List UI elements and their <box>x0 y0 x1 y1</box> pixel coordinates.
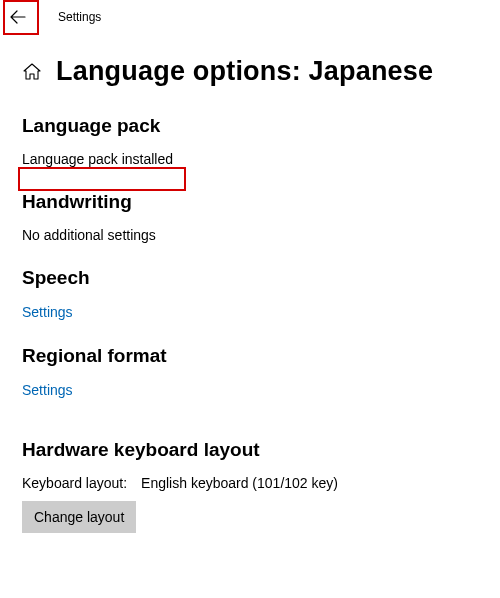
content-area: Language options: Japanese Language pack… <box>0 34 500 533</box>
back-button[interactable] <box>0 0 36 34</box>
page-header: Language options: Japanese <box>22 56 480 87</box>
titlebar: Settings <box>0 0 500 34</box>
section-speech: Speech Settings <box>22 267 480 321</box>
home-icon[interactable] <box>22 62 42 82</box>
page-title: Language options: Japanese <box>56 56 433 87</box>
app-title: Settings <box>58 10 101 24</box>
back-arrow-icon <box>10 9 26 25</box>
section-heading-regional-format: Regional format <box>22 345 480 367</box>
section-language-pack: Language pack Language pack installed <box>22 115 480 167</box>
section-heading-speech: Speech <box>22 267 480 289</box>
speech-settings-link[interactable]: Settings <box>22 304 73 320</box>
section-heading-hardware-keyboard: Hardware keyboard layout <box>22 439 480 461</box>
section-heading-language-pack: Language pack <box>22 115 480 137</box>
change-layout-button[interactable]: Change layout <box>22 501 136 533</box>
handwriting-status: No additional settings <box>22 227 480 243</box>
language-pack-status: Language pack installed <box>22 151 480 167</box>
keyboard-layout-value: English keyboard (101/102 key) <box>141 475 338 491</box>
keyboard-layout-label: Keyboard layout: <box>22 475 127 491</box>
section-hardware-keyboard: Hardware keyboard layout Keyboard layout… <box>22 439 480 533</box>
regional-format-settings-link[interactable]: Settings <box>22 382 73 398</box>
section-heading-handwriting: Handwriting <box>22 191 480 213</box>
section-regional-format: Regional format Settings <box>22 345 480 399</box>
keyboard-layout-row: Keyboard layout: English keyboard (101/1… <box>22 475 480 491</box>
section-handwriting: Handwriting No additional settings <box>22 191 480 243</box>
